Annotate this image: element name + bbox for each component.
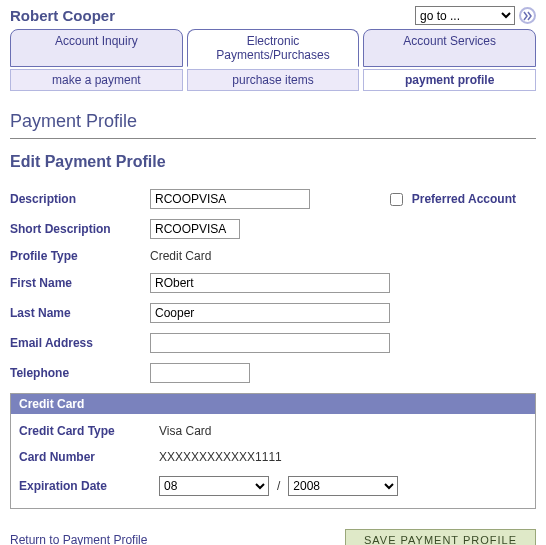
label-telephone: Telephone	[10, 366, 150, 380]
label-preferred-account: Preferred Account	[412, 192, 516, 206]
label-first-name: First Name	[10, 276, 150, 290]
cc-number-value: XXXXXXXXXXXX1111	[159, 450, 282, 464]
credit-card-section: Credit Card Credit Card Type Visa Card C…	[10, 393, 536, 509]
user-name: Robert Cooper	[10, 7, 115, 24]
profile-type-value: Credit Card	[150, 249, 211, 263]
label-short-description: Short Description	[10, 222, 150, 236]
double-chevron-icon	[523, 11, 533, 21]
goto-button[interactable]	[519, 7, 536, 24]
first-name-input[interactable]	[150, 273, 390, 293]
label-cc-number: Card Number	[19, 450, 159, 464]
goto-select[interactable]: go to ...	[415, 6, 515, 25]
email-input[interactable]	[150, 333, 390, 353]
label-profile-type: Profile Type	[10, 249, 150, 263]
label-cc-expiration: Expiration Date	[19, 479, 159, 493]
section-title: Edit Payment Profile	[10, 153, 536, 171]
exp-year-select[interactable]: 2008	[288, 476, 398, 496]
subtab-purchase-items[interactable]: purchase items	[187, 69, 360, 91]
label-cc-type: Credit Card Type	[19, 424, 159, 438]
description-input[interactable]	[150, 189, 310, 209]
tab-account-services[interactable]: Account Services	[363, 29, 536, 67]
last-name-input[interactable]	[150, 303, 390, 323]
cc-type-value: Visa Card	[159, 424, 211, 438]
label-last-name: Last Name	[10, 306, 150, 320]
save-payment-profile-button[interactable]: SAVE PAYMENT PROFILE	[345, 529, 536, 545]
subtab-payment-profile[interactable]: payment profile	[363, 69, 536, 91]
short-description-input[interactable]	[150, 219, 240, 239]
preferred-account-checkbox[interactable]	[390, 193, 403, 206]
tab-electronic-payments[interactable]: Electronic Payments/Purchases	[187, 29, 360, 67]
tab-account-inquiry[interactable]: Account Inquiry	[10, 29, 183, 67]
exp-separator: /	[277, 479, 280, 493]
label-email: Email Address	[10, 336, 150, 350]
page-title: Payment Profile	[10, 111, 536, 139]
telephone-input[interactable]	[150, 363, 250, 383]
subtab-make-payment[interactable]: make a payment	[10, 69, 183, 91]
credit-card-header: Credit Card	[11, 394, 535, 414]
exp-month-select[interactable]: 08	[159, 476, 269, 496]
label-description: Description	[10, 192, 150, 206]
return-link[interactable]: Return to Payment Profile	[10, 533, 147, 545]
